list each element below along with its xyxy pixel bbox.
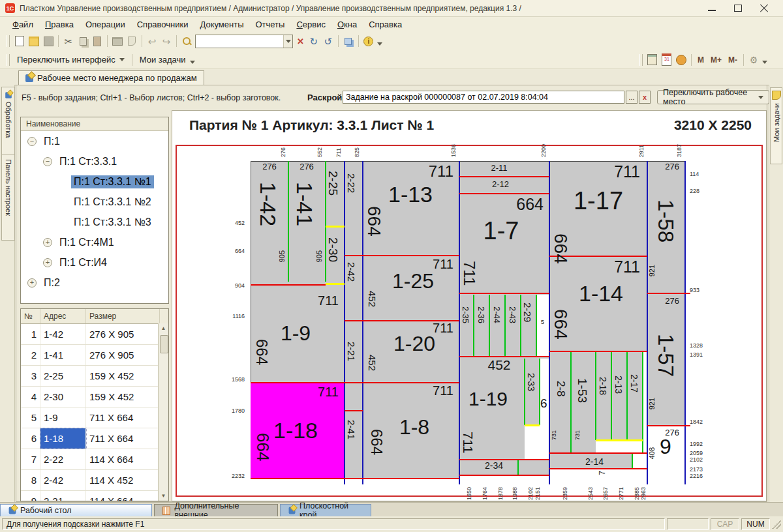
memory-minus-button[interactable]: M- — [725, 54, 741, 66]
cut-line-horizontal — [647, 293, 690, 294]
address-cell[interactable]: 2-42 — [40, 470, 86, 490]
expand-icon[interactable]: + — [43, 238, 52, 247]
table-row[interactable]: 61-18711 X 664 — [21, 428, 168, 449]
memory-button[interactable]: M — [694, 54, 707, 66]
panel-label: 2-18 — [598, 377, 607, 395]
expand-icon[interactable]: + — [27, 278, 37, 288]
menu-item-Отчеты[interactable]: Отчеты — [249, 18, 290, 31]
settings-wrench-icon[interactable]: ⚙ — [746, 53, 761, 67]
search-input[interactable] — [196, 36, 283, 47]
menu-item-Справочники[interactable]: Справочники — [131, 18, 194, 31]
dock-tab-processing[interactable]: Обработка — [1, 87, 15, 161]
info-dropdown-icon[interactable] — [377, 42, 382, 46]
search-icon[interactable] — [179, 34, 194, 48]
tree-item[interactable]: +П:1 Ст:4М1 — [21, 232, 168, 252]
copy-icon[interactable] — [76, 34, 90, 48]
user-session-icon[interactable] — [674, 53, 688, 67]
column-header: Адрес — [40, 309, 86, 323]
tree-item[interactable]: П:1 Ст:3.3.1 №3 — [21, 212, 168, 232]
switch-interface-button[interactable]: Переключить интерфейс — [12, 53, 129, 66]
table-row[interactable]: 51-9711 X 664 — [21, 407, 168, 428]
address-cell[interactable]: 1-9 — [40, 407, 86, 428]
find-next-icon[interactable]: ↻ — [307, 34, 321, 48]
memory-plus-button[interactable]: M+ — [707, 54, 725, 66]
tab-flat-cut[interactable]: Плоскостной крой — [280, 504, 371, 517]
clear-button[interactable]: x — [639, 91, 651, 104]
tick-label: 2963 — [641, 487, 647, 500]
tree-item[interactable]: П:1 Ст:3.3.1 №2 — [21, 192, 168, 212]
redo-icon[interactable]: ↪ — [159, 34, 174, 48]
menu-item-Документы[interactable]: Документы — [194, 18, 249, 31]
address-cell[interactable]: 2-22 — [40, 449, 86, 469]
column-header: Размер — [86, 309, 160, 323]
tree-item[interactable]: −П:1 Ст:3.3.1 — [21, 151, 168, 171]
cut-task-input[interactable] — [343, 93, 624, 102]
menu-item-Операции[interactable]: Операции — [80, 18, 131, 31]
open-icon[interactable] — [27, 34, 41, 48]
menu-item-Справка[interactable]: Справка — [363, 18, 408, 31]
print-preview-icon[interactable] — [125, 34, 139, 48]
maximize-button[interactable] — [733, 4, 743, 13]
print-icon[interactable] — [110, 34, 125, 48]
save-icon[interactable] — [41, 34, 55, 48]
address-cell[interactable]: 1-18 — [40, 428, 86, 449]
table-row[interactable]: 21-41276 X 905 — [21, 345, 168, 366]
table-row[interactable]: 32-25159 X 452 — [21, 366, 168, 387]
tree-item[interactable]: −П:1 — [21, 131, 168, 151]
scroll-thumb[interactable] — [160, 335, 168, 353]
search-dropdown-icon[interactable] — [283, 35, 292, 48]
toolbar-grip3[interactable] — [639, 54, 643, 66]
expand-icon[interactable]: + — [43, 258, 52, 267]
toolbar-grip[interactable] — [7, 35, 10, 47]
cut-icon[interactable]: ✂ — [61, 34, 76, 48]
menu-item-Сервис[interactable]: Сервис — [290, 18, 331, 31]
switch-workplace-label: Переключить рабочее место — [663, 88, 758, 106]
settings-dropdown-icon[interactable] — [762, 61, 767, 64]
address-cell[interactable]: 2-25 — [40, 366, 86, 386]
menu-item-Файл[interactable]: Файл — [7, 18, 39, 31]
toolbar-grip2[interactable] — [7, 54, 10, 66]
table-row[interactable]: 92-21114 X 664 — [21, 491, 168, 501]
find-prev-icon[interactable]: ↺ — [321, 34, 335, 48]
windows-icon[interactable] — [341, 34, 356, 48]
my-tasks-button[interactable]: Мои задачи — [135, 53, 200, 66]
tab-additional-external[interactable]: Дополнительные внешние ... — [154, 504, 278, 517]
choose-button[interactable]: ... — [626, 91, 637, 104]
switch-interface-label: Переключить интерфейс — [17, 55, 115, 65]
scroll-down-icon[interactable]: ▼ — [161, 491, 166, 501]
new-document-icon[interactable] — [12, 34, 27, 48]
table-row[interactable]: 11-42276 X 905 — [21, 324, 168, 345]
scroll-up-icon[interactable]: ▲ — [161, 323, 166, 333]
expand-icon[interactable]: − — [27, 137, 37, 146]
status-hint: Для получения подсказки нажмите F1 — [2, 518, 665, 530]
info-icon[interactable]: i — [361, 34, 376, 48]
tree-item[interactable]: П:1 Ст:3.3.1 №1 — [21, 171, 168, 192]
resize-grip[interactable] — [772, 520, 781, 529]
switch-workplace-button[interactable]: Переключить рабочее место — [657, 90, 769, 104]
address-cell[interactable]: 1-42 — [40, 324, 86, 344]
calendar-icon[interactable]: 31 — [660, 53, 674, 67]
tab-desktop[interactable]: Рабочий стол — [0, 504, 152, 517]
address-cell[interactable]: 2-21 — [40, 491, 86, 501]
table-row[interactable]: 72-22114 X 664 — [21, 449, 168, 470]
calculator-icon[interactable] — [645, 53, 660, 67]
address-cell[interactable]: 2-30 — [40, 387, 86, 407]
menu-item-Правка[interactable]: Правка — [39, 18, 80, 31]
minimize-button[interactable] — [707, 4, 716, 13]
address-cell[interactable]: 1-41 — [40, 345, 86, 365]
tick-label: 1764 — [482, 487, 488, 500]
tree-item[interactable]: +П:1 Ст:И4 — [21, 252, 168, 273]
undo-icon[interactable]: ↩ — [145, 34, 159, 48]
menu-item-Окна[interactable]: Окна — [331, 18, 363, 31]
close-button[interactable] — [760, 4, 769, 13]
workspace-tab[interactable]: Рабочее место менеджера по продажам — [18, 70, 204, 85]
tree-item[interactable]: +П:2 — [21, 273, 168, 293]
table-row[interactable]: 82-42114 X 452 — [21, 470, 168, 491]
expand-icon[interactable]: − — [43, 157, 52, 166]
dock-tab-my-tasks[interactable]: Мои задачи — [770, 87, 782, 164]
paste-icon[interactable] — [90, 34, 104, 48]
search-clear-icon[interactable]: ✕ — [294, 37, 307, 46]
dock-tab-settings-panel[interactable]: Панель настроек — [1, 155, 15, 241]
table-scrollbar[interactable]: ▲ ▼ — [158, 323, 168, 501]
table-row[interactable]: 42-30159 X 452 — [21, 387, 168, 407]
